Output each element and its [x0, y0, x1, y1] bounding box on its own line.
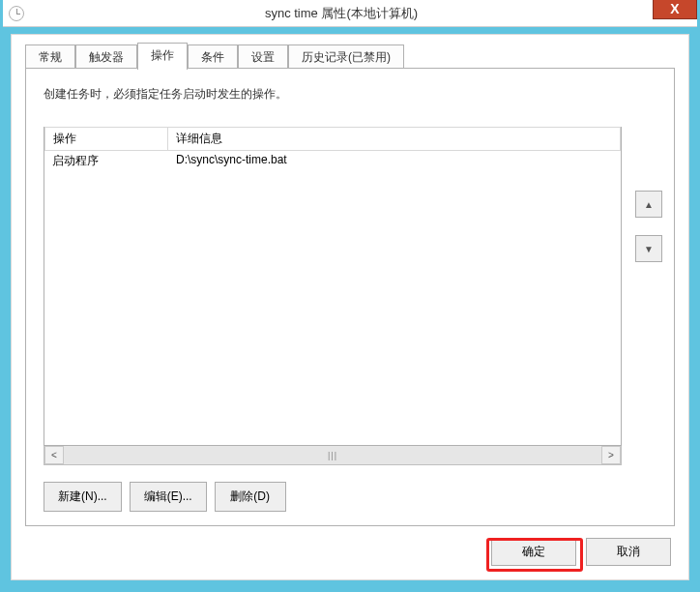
- clock-icon: [9, 6, 24, 21]
- column-header-detail[interactable]: 详细信息: [168, 127, 621, 151]
- list-header: 操作 详细信息: [44, 127, 621, 151]
- window-title: sync time 属性(本地计算机): [24, 5, 658, 22]
- tab-general[interactable]: 常规: [25, 44, 75, 70]
- cell-action: 启动程序: [44, 151, 168, 171]
- tab-settings[interactable]: 设置: [238, 44, 288, 70]
- new-button[interactable]: 新建(N)...: [44, 482, 122, 512]
- delete-button[interactable]: 删除(D): [215, 482, 286, 512]
- tab-conditions[interactable]: 条件: [188, 44, 238, 70]
- actions-list-area: 操作 详细信息 启动程序 D:\sync\sync-time.bat < |||…: [44, 127, 622, 465]
- properties-dialog: sync time 属性(本地计算机) X 常规 触发器 操作 条件 设置 历史…: [3, 0, 697, 588]
- ok-button[interactable]: 确定: [491, 538, 576, 566]
- column-header-action[interactable]: 操作: [44, 127, 168, 151]
- actions-list[interactable]: 操作 详细信息 启动程序 D:\sync\sync-time.bat: [44, 127, 622, 446]
- titlebar: sync time 属性(本地计算机) X: [3, 0, 697, 27]
- reorder-buttons: ▲ ▼: [635, 191, 662, 280]
- tab-history[interactable]: 历史记录(已禁用): [288, 44, 404, 70]
- tabstrip: 常规 触发器 操作 条件 设置 历史记录(已禁用): [25, 44, 688, 70]
- close-button[interactable]: X: [653, 0, 697, 19]
- scroll-track[interactable]: |||: [64, 446, 601, 464]
- scroll-right-button[interactable]: >: [601, 446, 621, 464]
- scroll-left-button[interactable]: <: [44, 446, 64, 464]
- move-down-button[interactable]: ▼: [635, 235, 662, 262]
- list-row[interactable]: 启动程序 D:\sync\sync-time.bat: [44, 151, 621, 171]
- scroll-grip-icon: |||: [328, 451, 337, 460]
- action-buttons: 新建(N)... 编辑(E)... 删除(D): [44, 482, 286, 512]
- edit-button[interactable]: 编辑(E)...: [130, 482, 207, 512]
- tab-triggers[interactable]: 触发器: [75, 44, 137, 70]
- tab-actions[interactable]: 操作: [137, 43, 188, 70]
- cancel-button[interactable]: 取消: [586, 538, 671, 566]
- client-area: 常规 触发器 操作 条件 设置 历史记录(已禁用) 创建任务时，必须指定任务启动…: [11, 34, 689, 580]
- panel-description: 创建任务时，必须指定任务启动时发生的操作。: [44, 86, 674, 103]
- cell-detail: D:\sync\sync-time.bat: [168, 151, 621, 171]
- dialog-buttons: 确定 取消: [491, 538, 671, 566]
- move-up-button[interactable]: ▲: [635, 191, 662, 218]
- tab-panel-actions: 创建任务时，必须指定任务启动时发生的操作。 操作 详细信息 启动程序 D:\sy…: [25, 68, 675, 526]
- horizontal-scrollbar[interactable]: < ||| >: [44, 446, 622, 465]
